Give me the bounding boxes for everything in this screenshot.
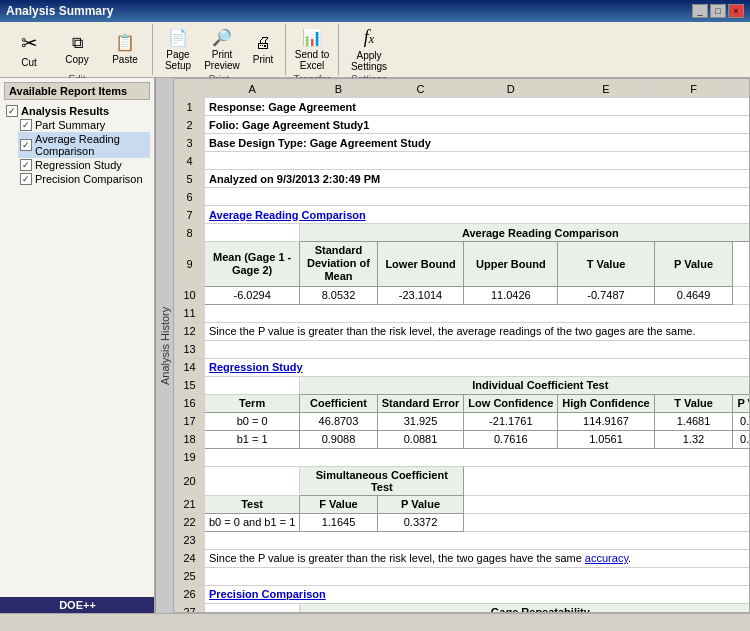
analysis-history-label[interactable]: Analysis History <box>155 78 173 613</box>
excel-icon: 📊 <box>302 28 322 47</box>
sidebar-item-precision-comparison[interactable]: Precision Comparison <box>18 172 150 186</box>
cut-button[interactable]: ✂ Cut <box>6 24 52 74</box>
cell-empty <box>205 188 751 206</box>
row-num: 17 <box>175 412 205 430</box>
table-row: 27 Gage Repeatability <box>175 603 751 613</box>
cell-b1-highconf: 1.0561 <box>558 430 654 448</box>
row-num: 27 <box>175 603 205 613</box>
cell-regression-title[interactable]: Regression Study <box>205 358 751 376</box>
cell-avg-reading-title[interactable]: Average Reading Comparison <box>205 206 751 224</box>
part-summary-label: Part Summary <box>35 119 105 131</box>
cell-precision-title[interactable]: Precision Comparison <box>205 585 751 603</box>
cell-tvalue-val: -0.7487 <box>558 286 654 304</box>
paste-label: Paste <box>112 54 138 65</box>
cell-b1-stderr: 0.0881 <box>377 430 464 448</box>
table-row: 8 Average Reading Comparison <box>175 224 751 242</box>
cell-simult-pval: 0.3372 <box>377 513 464 531</box>
print-preview-button[interactable]: 🔎 Print Preview <box>201 24 243 74</box>
cell-empty <box>464 495 750 513</box>
row-num: 6 <box>175 188 205 206</box>
table-row: 3 Base Design Type: Gage Agreement Study <box>175 134 751 152</box>
apply-settings-button[interactable]: fx Apply Settings <box>343 24 395 74</box>
cell-gage-repeat-header: Gage Repeatability <box>300 603 750 613</box>
row-num: 10 <box>175 286 205 304</box>
table-row: 21 Test F Value P Value <box>175 495 751 513</box>
cell-tvalue-header: T Value <box>558 242 654 287</box>
minimize-button[interactable]: _ <box>692 4 708 18</box>
page-setup-button[interactable]: 📄 Page Setup <box>157 24 199 74</box>
regression-study-checkbox[interactable] <box>20 159 32 171</box>
cut-label: Cut <box>21 57 37 68</box>
cell-upper-header: Upper Bound <box>464 242 558 287</box>
cell-empty <box>205 224 300 242</box>
part-summary-checkbox[interactable] <box>20 119 32 131</box>
sidebar-item-analysis-results[interactable]: Analysis Results <box>4 104 150 118</box>
analysis-results-label: Analysis Results <box>21 105 109 117</box>
doe-label: DOE++ <box>0 597 155 613</box>
cell-empty <box>205 603 300 613</box>
apply-settings-label: Apply Settings <box>346 50 392 72</box>
spreadsheet-container[interactable]: A B C D E F G H 1 Response: Gage Agreeme… <box>173 78 750 613</box>
row-num: 2 <box>175 116 205 134</box>
paste-button[interactable]: 📋 Paste <box>102 24 148 74</box>
table-row: 23 <box>175 531 751 549</box>
cell-empty <box>733 286 750 304</box>
maximize-button[interactable]: □ <box>710 4 726 18</box>
row-num: 8 <box>175 224 205 242</box>
row-num: 25 <box>175 567 205 585</box>
cell-empty <box>205 152 751 170</box>
table-row: 6 <box>175 188 751 206</box>
table-row: 18 b1 = 1 0.9088 0.0881 0.7616 1.0561 1.… <box>175 430 751 448</box>
cell-b1-lowconf: 0.7616 <box>464 430 558 448</box>
cell-stderr-header: Standard Error <box>377 394 464 412</box>
row-num: 5 <box>175 170 205 188</box>
col-header-g: G <box>733 80 750 98</box>
col-header-d: D <box>464 80 558 98</box>
cell-mean-header: Mean (Gage 1 - Gage 2) <box>205 242 300 287</box>
cell-empty <box>464 466 750 495</box>
cell-mean-val: -6.0294 <box>205 286 300 304</box>
status-bar <box>0 613 750 631</box>
sidebar-item-average-reading[interactable]: Average Reading Comparison <box>18 132 150 158</box>
sidebar-item-part-summary[interactable]: Part Summary <box>18 118 150 132</box>
copy-label: Copy <box>65 54 88 65</box>
sidebar-item-regression-study[interactable]: Regression Study <box>18 158 150 172</box>
cell-empty <box>464 513 750 531</box>
cell-empty <box>205 466 300 495</box>
cell-empty <box>205 448 751 466</box>
cell-upper-val: 11.0426 <box>464 286 558 304</box>
table-row: 17 b0 = 0 46.8703 31.925 -21.1761 114.91… <box>175 412 751 430</box>
cell-note1: Since the P value is greater than the ri… <box>205 322 751 340</box>
cell-pvalue-header: P Value <box>654 242 733 287</box>
row-num: 7 <box>175 206 205 224</box>
cell-simult-fval: 1.1645 <box>300 513 377 531</box>
precision-comparison-checkbox[interactable] <box>20 173 32 185</box>
print-button[interactable]: 🖨 Print <box>245 24 281 74</box>
table-row: 24 Since the P value is greater than the… <box>175 549 751 567</box>
close-button[interactable]: × <box>728 4 744 18</box>
copy-button[interactable]: ⧉ Copy <box>54 24 100 74</box>
paste-icon: 📋 <box>115 33 135 52</box>
send-excel-label: Send to Excel <box>293 49 331 71</box>
cell-fval-header: F Value <box>300 495 377 513</box>
table-row: 1 Response: Gage Agreement <box>175 98 751 116</box>
fx-icon: fx <box>364 27 374 48</box>
cell-simult-test: b0 = 0 and b1 = 1 <box>205 513 300 531</box>
row-num: 18 <box>175 430 205 448</box>
spreadsheet-table: A B C D E F G H 1 Response: Gage Agreeme… <box>174 79 750 613</box>
cell-coeff-header: Coefficient <box>300 394 377 412</box>
analysis-results-checkbox[interactable] <box>6 105 18 117</box>
send-to-excel-button[interactable]: 📊 Send to Excel <box>290 24 334 74</box>
col-header-c: C <box>377 80 464 98</box>
cell-avg-reading-header: Average Reading Comparison <box>300 224 750 242</box>
cell-folio: Folio: Gage Agreement Study1 <box>205 116 751 134</box>
cell-b0-coeff: 46.8703 <box>300 412 377 430</box>
row-num: 3 <box>175 134 205 152</box>
cell-b0-tval: 1.4681 <box>654 412 733 430</box>
cell-b1-tval: 1.32 <box>654 430 733 448</box>
row-num: 14 <box>175 358 205 376</box>
cell-term-header: Term <box>205 394 300 412</box>
table-row: 19 <box>175 448 751 466</box>
average-reading-checkbox[interactable] <box>20 139 32 151</box>
cell-lowconf-header: Low Confidence <box>464 394 558 412</box>
